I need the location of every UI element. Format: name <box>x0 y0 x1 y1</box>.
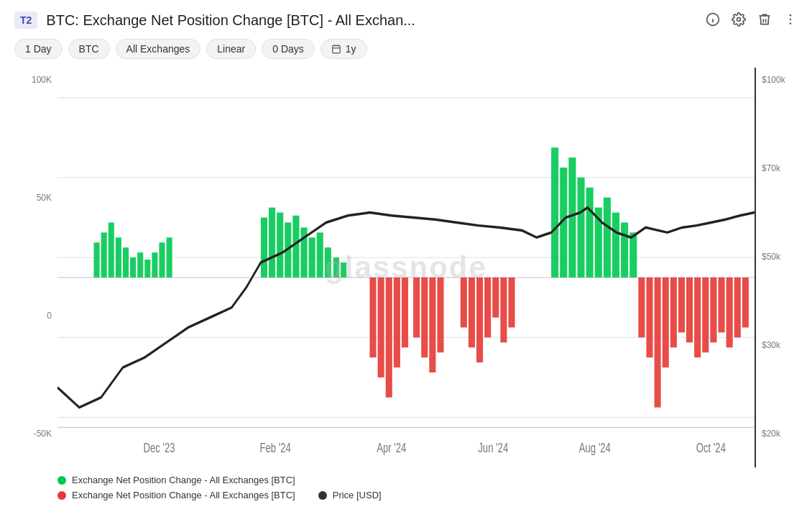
svg-rect-19 <box>109 222 114 277</box>
svg-point-3 <box>737 17 741 21</box>
svg-rect-67 <box>655 278 661 408</box>
svg-rect-60 <box>476 278 483 362</box>
more-icon[interactable] <box>783 12 798 29</box>
y-left-minus50k: -50K <box>14 429 57 439</box>
svg-rect-48 <box>629 232 637 278</box>
svg-rect-36 <box>325 247 331 278</box>
legend-label-green: Exchange Net Position Change - All Excha… <box>72 475 295 485</box>
svg-rect-27 <box>167 237 172 278</box>
filter-interval[interactable]: 1 Day <box>14 39 63 59</box>
svg-rect-72 <box>694 278 701 357</box>
svg-rect-52 <box>394 278 400 367</box>
y-axis-right: $100k $70k $50k $30k $20k <box>755 68 798 467</box>
svg-rect-62 <box>492 278 499 318</box>
y-left-50k: 50K <box>14 193 57 203</box>
svg-rect-25 <box>152 252 157 278</box>
svg-rect-17 <box>94 242 100 278</box>
svg-rect-68 <box>663 278 669 367</box>
svg-rect-30 <box>277 213 283 278</box>
svg-point-5 <box>790 18 792 20</box>
svg-rect-76 <box>726 278 733 347</box>
svg-rect-71 <box>686 278 693 342</box>
svg-rect-69 <box>670 278 677 347</box>
svg-rect-35 <box>317 232 323 278</box>
filter-scale[interactable]: Linear <box>206 39 256 59</box>
svg-rect-59 <box>469 278 475 347</box>
main-container: T2 BTC: Exchange Net Position Change [BT… <box>0 0 812 512</box>
svg-rect-26 <box>159 242 165 278</box>
y-right-50k: $50k <box>756 252 798 262</box>
legend-label-red: Exchange Net Position Change - All Excha… <box>72 490 295 500</box>
chart-svg: Dec '23 Feb '24 Apr '24 Jun '24 Aug '24 … <box>57 68 755 467</box>
y-right-30k: $30k <box>756 340 798 350</box>
calendar-icon <box>331 44 341 54</box>
svg-rect-58 <box>461 278 467 328</box>
legend-item-price: Price [USD] <box>318 490 382 500</box>
svg-rect-78 <box>742 278 749 328</box>
page-title: BTC: Exchange Net Position Change [BTC] … <box>46 12 697 29</box>
filter-asset[interactable]: BTC <box>68 39 110 59</box>
svg-rect-51 <box>386 278 392 398</box>
svg-rect-64 <box>508 278 515 328</box>
delete-icon[interactable] <box>757 12 772 29</box>
svg-rect-56 <box>429 278 435 372</box>
svg-rect-18 <box>101 232 107 278</box>
filters-bar: 1 Day BTC All Exchanges Linear 0 Days 1y <box>14 39 798 59</box>
svg-text:Oct '24: Oct '24 <box>696 441 726 454</box>
chart-wrapper: glassnode <box>57 68 755 467</box>
legend-item-red: Exchange Net Position Change - All Excha… <box>57 490 295 500</box>
svg-text:Jun '24: Jun '24 <box>478 441 508 454</box>
svg-rect-45 <box>604 198 611 278</box>
filter-smoothing[interactable]: 0 Days <box>262 39 315 59</box>
svg-rect-43 <box>586 188 594 278</box>
svg-rect-38 <box>341 262 346 278</box>
svg-rect-65 <box>638 278 645 337</box>
svg-rect-32 <box>292 216 299 278</box>
y-left-0: 0 <box>14 311 57 321</box>
svg-rect-49 <box>369 278 376 357</box>
svg-point-4 <box>790 14 792 16</box>
legend-item-green: Exchange Net Position Change - All Excha… <box>57 475 798 485</box>
svg-rect-53 <box>402 278 408 347</box>
y-left-100k: 100K <box>14 75 57 85</box>
svg-rect-77 <box>734 278 741 337</box>
y-axis-left: 100K 50K 0 -50K <box>14 68 57 467</box>
filter-timerange[interactable]: 1y <box>320 39 367 59</box>
svg-point-6 <box>790 22 792 24</box>
svg-rect-20 <box>116 237 121 278</box>
svg-rect-61 <box>484 278 491 337</box>
svg-rect-70 <box>678 278 685 332</box>
filter-exchange[interactable]: All Exchanges <box>116 39 201 59</box>
svg-rect-50 <box>378 278 384 378</box>
legend-label-price: Price [USD] <box>333 490 382 500</box>
legend-dot-green <box>57 476 66 485</box>
svg-rect-46 <box>612 213 619 278</box>
svg-rect-66 <box>646 278 652 357</box>
svg-rect-21 <box>123 247 129 278</box>
legend-dot-red <box>57 491 66 500</box>
header: T2 BTC: Exchange Net Position Change [BT… <box>14 12 798 29</box>
svg-text:Apr '24: Apr '24 <box>377 441 406 454</box>
svg-rect-23 <box>137 252 143 278</box>
legend-dot-price <box>318 491 327 500</box>
svg-rect-34 <box>309 237 315 278</box>
svg-rect-74 <box>710 278 716 342</box>
svg-rect-7 <box>333 45 341 53</box>
svg-rect-39 <box>551 147 558 278</box>
settings-icon[interactable] <box>732 12 746 29</box>
svg-rect-37 <box>333 257 339 278</box>
svg-rect-63 <box>500 278 507 342</box>
info-icon[interactable] <box>706 12 720 29</box>
y-right-100k: $100k <box>756 75 798 85</box>
svg-rect-22 <box>130 257 136 278</box>
svg-rect-73 <box>702 278 709 352</box>
svg-text:Dec '23: Dec '23 <box>143 441 175 454</box>
svg-rect-28 <box>261 218 267 278</box>
svg-text:Feb '24: Feb '24 <box>259 441 291 454</box>
t2-badge: T2 <box>14 12 37 29</box>
svg-rect-41 <box>568 157 576 278</box>
y-right-70k: $70k <box>756 163 798 173</box>
svg-rect-75 <box>718 278 724 332</box>
svg-rect-29 <box>269 208 275 278</box>
svg-text:Aug '24: Aug '24 <box>579 441 611 454</box>
